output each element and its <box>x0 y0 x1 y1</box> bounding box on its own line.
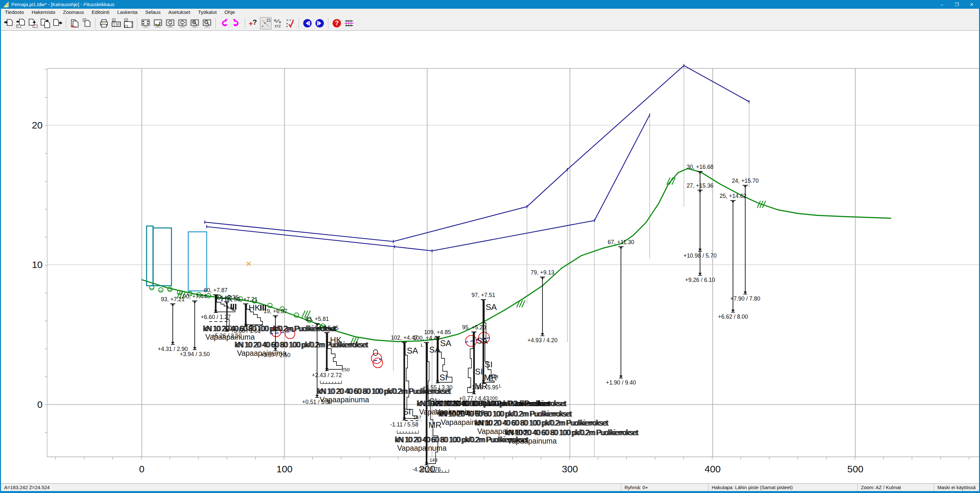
close-button[interactable]: ✕ <box>964 0 979 9</box>
profile-line-1 <box>205 65 749 242</box>
svg-text:+2.43 / 2.72: +2.43 / 2.72 <box>312 372 342 378</box>
window-title: Pernaja.pi1.tdw* - [Kairausohje] - Pituu… <box>11 2 934 7</box>
menu-tiedosto[interactable]: Tiedosto <box>1 9 28 16</box>
svg-text:kN 10 20 40 60 80 100 pk/0.2m: kN 10 20 40 60 80 100 pk/0.2m Puolikierr… <box>434 399 567 408</box>
undo-icon[interactable] <box>218 17 230 29</box>
menu-selaus[interactable]: Selaus <box>142 9 164 16</box>
svg-text:+4.93 / 4.20: +4.93 / 4.20 <box>528 337 558 344</box>
svg-text:?: ? <box>253 18 257 26</box>
svg-text:SA: SA <box>407 346 418 355</box>
svg-text:+9.26 / 6.10: +9.26 / 6.10 <box>685 277 715 283</box>
svg-text:+6.62 / 8.00: +6.62 / 8.00 <box>718 313 748 320</box>
redraw-icon[interactable] <box>152 17 164 29</box>
copy-page-icon[interactable] <box>69 17 80 29</box>
borehole-67[interactable]: 67, +11.30+1.90 / 9.40 <box>606 239 636 386</box>
svg-text:MR: MR <box>428 420 441 430</box>
menu-laskenta[interactable]: Laskenta <box>113 9 142 16</box>
y-axis-label: 10 <box>32 259 43 270</box>
borehole-27[interactable]: 27, +15.36+9.26 / 6.10 <box>685 183 715 283</box>
svg-text:+3.94 / 3.50: +3.94 / 3.50 <box>180 351 210 358</box>
doc-doc-down-icon[interactable] <box>40 17 51 29</box>
svg-text:+7.90 / 7.80: +7.90 / 7.80 <box>730 296 760 302</box>
svg-text:XYZ: XYZ <box>274 25 281 28</box>
status-group: Ryhmä: 0+ <box>621 483 708 491</box>
app-window: Pernaja.pi1.tdw* - [Kairausohje] - Pituu… <box>0 0 980 493</box>
svg-text:x: x <box>264 21 266 25</box>
status-bar: A=183.242 Z=24.524 Ryhmä: 0+ Hakutapa: L… <box>1 483 979 491</box>
bush-symbol <box>159 288 163 292</box>
borehole-79[interactable]: 79, +9.13+4.93 / 4.20 <box>528 269 558 344</box>
svg-text:19, +6.37: 19, +6.37 <box>264 308 287 315</box>
pan-right-icon[interactable] <box>177 17 188 29</box>
svg-text:kN 10 20 40 60 80 100 pk/0.2m: kN 10 20 40 60 80 100 pk/0.2m Puolikierr… <box>506 428 639 437</box>
print-icon[interactable] <box>98 17 110 29</box>
menu-ohje[interactable]: Ohje <box>221 9 239 16</box>
profile-line-2 <box>207 115 650 251</box>
svg-text:x: x <box>125 18 127 22</box>
x-axis-label: 0 <box>139 464 145 474</box>
grid-rails-icon[interactable] <box>343 17 355 29</box>
prev-point-icon[interactable] <box>302 17 313 29</box>
section-drawing[interactable]: 01002003004005002010093, +7.21+4.31 / 2.… <box>1 31 979 483</box>
pan-left-icon[interactable] <box>164 17 176 29</box>
menu-editointi[interactable]: Editointi <box>88 9 113 16</box>
rock-bar-symbol <box>231 304 232 310</box>
maximize-button[interactable]: ❒ <box>949 0 964 9</box>
doc-next-card-icon[interactable] <box>27 17 39 29</box>
svg-text:Vapaapainuma: Vapaapainuma <box>320 396 369 404</box>
scale-1-50-icon[interactable]: x1:50 <box>110 17 122 29</box>
doc-prev-icon[interactable] <box>3 17 14 29</box>
svg-text:kN 10 20 40 60 80 100 pk/0.2m: kN 10 20 40 60 80 100 pk/0.2m Puolikierr… <box>235 340 369 349</box>
zoom-out-icon[interactable] <box>201 17 213 29</box>
svg-text:93, +7.21: 93, +7.21 <box>161 296 185 302</box>
svg-text:kN 10 20 40 60 80 100 pk/0.2m: kN 10 20 40 60 80 100 pk/0.2m Puolikierr… <box>439 410 573 418</box>
svg-text:+1.90 / 9.40: +1.90 / 9.40 <box>606 379 636 386</box>
doc-next-icon[interactable] <box>52 17 63 29</box>
svg-text:+: + <box>278 19 281 25</box>
svg-text:250: 250 <box>342 367 350 372</box>
next-point-icon[interactable] <box>314 17 326 29</box>
menu-hakemisto[interactable]: Hakemisto <box>28 9 59 16</box>
svg-text:L: L <box>499 383 501 388</box>
menu-asetukset[interactable]: Asetukset <box>164 9 194 16</box>
minimize-button[interactable]: – <box>934 0 949 9</box>
svg-text:⊘: ⊘ <box>274 18 277 22</box>
svg-text:+6.60 / 1.27: +6.60 / 1.27 <box>201 314 231 320</box>
svg-text:SI: SI <box>439 372 447 382</box>
svg-text:79, +9.13: 79, +9.13 <box>531 269 554 276</box>
toolbar-separator <box>95 18 95 29</box>
menu-työkalut[interactable]: Työkalut <box>194 9 221 16</box>
drawing-canvas[interactable]: 01002003004005002010093, +7.21+4.31 / 2.… <box>1 31 979 483</box>
borehole-93[interactable]: 93, +7.21+4.31 / 2.90 <box>158 296 188 352</box>
rock-bar-symbol <box>235 304 236 310</box>
redo-icon[interactable] <box>231 17 242 29</box>
svg-text:27, +15.36: 27, +15.36 <box>686 183 713 189</box>
measure-21-icon[interactable]: 21xx <box>260 17 272 29</box>
menu-zoomaus[interactable]: Zoomaus <box>59 9 88 16</box>
svg-text:kN 10 20 40 60 80 100 pk/0.2m: kN 10 20 40 60 80 100 pk/0.2m Puolikierr… <box>476 419 609 427</box>
doc-prev-card-icon[interactable] <box>15 17 27 29</box>
zoom-in-icon[interactable] <box>189 17 200 29</box>
delete-page-icon[interactable]: x <box>81 17 93 29</box>
svg-text:1:50: 1:50 <box>113 22 119 26</box>
add-query-icon[interactable]: +? <box>248 17 259 29</box>
menu-bar: TiedostoHakemistoZoomausEditointiLaskent… <box>1 9 979 16</box>
svg-text:67, +11.30: 67, +11.30 <box>608 239 634 245</box>
svg-text:-4.32 / 8.76: -4.32 / 8.76 <box>412 466 441 473</box>
help-icon[interactable]: ? <box>331 17 343 29</box>
check-points-icon[interactable]: ×××× <box>285 17 296 29</box>
borehole-60[interactable]: 60, +7.87+6.60 / 1.27HK <box>201 287 235 321</box>
svg-text:SI: SI <box>475 367 483 377</box>
x-axis-label: 400 <box>705 464 721 474</box>
zoom-extents-icon[interactable] <box>140 17 151 29</box>
borehole-102[interactable]: 102, +4.47-1.11 / 5.58SASI167 <box>390 334 422 433</box>
svg-text:x: x <box>84 18 85 22</box>
sounding-legend: kN 10 20 40 60 80 100 pk/0.2m Puolikierr… <box>234 340 369 358</box>
xyz-calc-icon[interactable]: ⊘+XYZ <box>272 17 284 29</box>
status-zoom-mode: Zoom: AZ / Kulmat <box>857 483 934 491</box>
page-setup-icon[interactable]: x <box>123 17 134 29</box>
svg-text:SI: SI <box>485 359 493 369</box>
svg-text:Vapaapainuma: Vapaapainuma <box>237 349 286 358</box>
svg-text:kN 10 20 40 60 80 100 pk/0.2m: kN 10 20 40 60 80 100 pk/0.2m Puolikierr… <box>204 324 337 333</box>
svg-text:×: × <box>289 18 291 22</box>
